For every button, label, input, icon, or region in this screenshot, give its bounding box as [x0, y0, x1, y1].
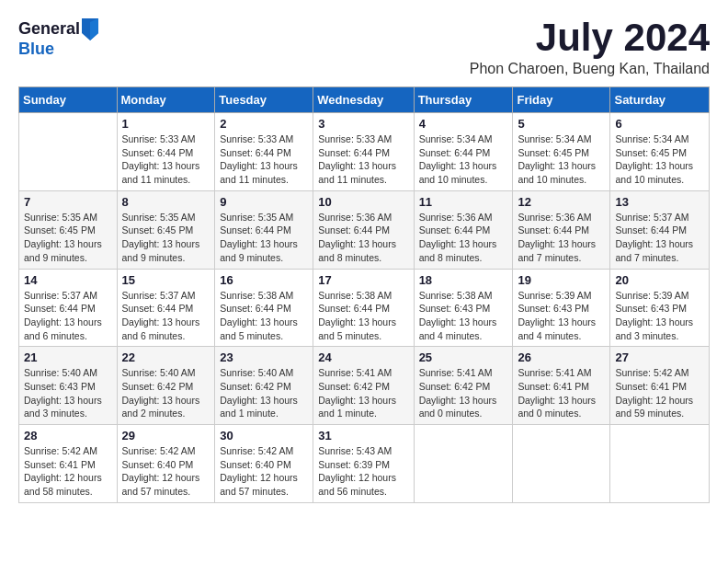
day-number: 16: [220, 273, 308, 287]
calendar-cell: 16Sunrise: 5:38 AM Sunset: 6:44 PM Dayli…: [215, 269, 313, 347]
day-number: 2: [220, 117, 308, 131]
day-number: 4: [419, 117, 508, 131]
calendar-cell: 26Sunrise: 5:41 AM Sunset: 6:41 PM Dayli…: [513, 347, 610, 425]
day-info: Sunrise: 5:36 AM Sunset: 6:44 PM Dayligh…: [318, 211, 408, 265]
calendar-cell: 15Sunrise: 5:37 AM Sunset: 6:44 PM Dayli…: [117, 269, 215, 347]
calendar-week-1: 7Sunrise: 5:35 AM Sunset: 6:45 PM Daylig…: [19, 190, 710, 269]
day-info: Sunrise: 5:36 AM Sunset: 6:44 PM Dayligh…: [518, 211, 605, 265]
calendar-cell: 12Sunrise: 5:36 AM Sunset: 6:44 PM Dayli…: [513, 190, 610, 269]
calendar-cell: 25Sunrise: 5:41 AM Sunset: 6:42 PM Dayli…: [414, 347, 513, 425]
day-info: Sunrise: 5:38 AM Sunset: 6:44 PM Dayligh…: [318, 289, 408, 343]
calendar-cell: 22Sunrise: 5:40 AM Sunset: 6:42 PM Dayli…: [117, 347, 215, 425]
calendar-cell: 6Sunrise: 5:34 AM Sunset: 6:45 PM Daylig…: [610, 113, 710, 191]
header-cell-tuesday: Tuesday: [215, 87, 313, 113]
day-info: Sunrise: 5:40 AM Sunset: 6:43 PM Dayligh…: [24, 366, 112, 420]
calendar-cell: [610, 425, 710, 503]
calendar-cell: 2Sunrise: 5:33 AM Sunset: 6:44 PM Daylig…: [215, 113, 313, 191]
day-info: Sunrise: 5:41 AM Sunset: 6:41 PM Dayligh…: [518, 366, 605, 420]
day-info: Sunrise: 5:34 AM Sunset: 6:44 PM Dayligh…: [419, 132, 508, 187]
day-info: Sunrise: 5:41 AM Sunset: 6:42 PM Dayligh…: [318, 366, 408, 420]
header-cell-thursday: Thursday: [414, 87, 513, 113]
calendar-cell: 24Sunrise: 5:41 AM Sunset: 6:42 PM Dayli…: [313, 347, 414, 425]
location-subtitle: Phon Charoen, Bueng Kan, Thailand: [470, 61, 710, 77]
calendar-cell: 3Sunrise: 5:33 AM Sunset: 6:44 PM Daylig…: [313, 113, 414, 191]
day-number: 5: [518, 117, 605, 131]
header-cell-monday: Monday: [117, 87, 215, 113]
day-info: Sunrise: 5:33 AM Sunset: 6:44 PM Dayligh…: [122, 132, 210, 187]
day-number: 10: [318, 195, 408, 209]
day-number: 1: [122, 117, 210, 131]
header-cell-friday: Friday: [513, 87, 610, 113]
day-info: Sunrise: 5:34 AM Sunset: 6:45 PM Dayligh…: [615, 132, 704, 187]
logo-text: General Blue: [18, 18, 98, 59]
calendar-cell: 9Sunrise: 5:35 AM Sunset: 6:44 PM Daylig…: [215, 190, 313, 269]
day-number: 23: [220, 350, 308, 364]
day-info: Sunrise: 5:37 AM Sunset: 6:44 PM Dayligh…: [615, 211, 704, 265]
header-cell-saturday: Saturday: [610, 87, 710, 113]
calendar-cell: 5Sunrise: 5:34 AM Sunset: 6:45 PM Daylig…: [513, 113, 610, 191]
day-info: Sunrise: 5:39 AM Sunset: 6:43 PM Dayligh…: [615, 289, 704, 343]
calendar-cell: 17Sunrise: 5:38 AM Sunset: 6:44 PM Dayli…: [313, 269, 414, 347]
calendar-body: 1Sunrise: 5:33 AM Sunset: 6:44 PM Daylig…: [19, 113, 710, 503]
day-number: 8: [122, 195, 210, 209]
calendar-cell: 31Sunrise: 5:43 AM Sunset: 6:39 PM Dayli…: [313, 425, 414, 503]
day-number: 19: [518, 273, 605, 287]
day-info: Sunrise: 5:35 AM Sunset: 6:45 PM Dayligh…: [24, 211, 112, 265]
day-number: 11: [419, 195, 508, 209]
day-info: Sunrise: 5:36 AM Sunset: 6:44 PM Dayligh…: [419, 211, 508, 265]
day-info: Sunrise: 5:35 AM Sunset: 6:44 PM Dayligh…: [220, 211, 308, 265]
day-number: 28: [24, 429, 112, 442]
calendar-cell: 30Sunrise: 5:42 AM Sunset: 6:40 PM Dayli…: [215, 425, 313, 503]
calendar-cell: 29Sunrise: 5:42 AM Sunset: 6:40 PM Dayli…: [117, 425, 215, 503]
day-info: Sunrise: 5:34 AM Sunset: 6:45 PM Dayligh…: [518, 132, 605, 187]
calendar-week-3: 21Sunrise: 5:40 AM Sunset: 6:43 PM Dayli…: [19, 347, 710, 425]
day-number: 17: [318, 273, 408, 287]
calendar-cell: 21Sunrise: 5:40 AM Sunset: 6:43 PM Dayli…: [19, 347, 118, 425]
day-info: Sunrise: 5:42 AM Sunset: 6:40 PM Dayligh…: [220, 444, 308, 499]
calendar-cell: 23Sunrise: 5:40 AM Sunset: 6:42 PM Dayli…: [215, 347, 313, 425]
day-info: Sunrise: 5:41 AM Sunset: 6:42 PM Dayligh…: [419, 366, 508, 420]
day-info: Sunrise: 5:42 AM Sunset: 6:40 PM Dayligh…: [122, 444, 210, 499]
logo-blue: Blue: [18, 40, 98, 59]
logo-icon: [82, 18, 98, 40]
day-number: 29: [122, 429, 210, 442]
day-info: Sunrise: 5:33 AM Sunset: 6:44 PM Dayligh…: [220, 132, 308, 187]
calendar-cell: 13Sunrise: 5:37 AM Sunset: 6:44 PM Dayli…: [610, 190, 710, 269]
day-number: 27: [615, 350, 704, 364]
calendar-cell: 7Sunrise: 5:35 AM Sunset: 6:45 PM Daylig…: [19, 190, 118, 269]
day-number: 31: [318, 429, 408, 442]
calendar-cell: 20Sunrise: 5:39 AM Sunset: 6:43 PM Dayli…: [610, 269, 710, 347]
day-info: Sunrise: 5:38 AM Sunset: 6:44 PM Dayligh…: [220, 289, 308, 343]
day-number: 25: [419, 350, 508, 364]
page-header: General Blue July 2024 Phon Charoen, Bue…: [18, 18, 710, 77]
header-cell-sunday: Sunday: [19, 87, 118, 113]
day-number: 15: [122, 273, 210, 287]
day-number: 13: [615, 195, 704, 209]
calendar-cell: 28Sunrise: 5:42 AM Sunset: 6:41 PM Dayli…: [19, 425, 118, 503]
day-info: Sunrise: 5:43 AM Sunset: 6:39 PM Dayligh…: [318, 444, 408, 499]
calendar-table: SundayMondayTuesdayWednesdayThursdayFrid…: [18, 86, 710, 503]
calendar-cell: [19, 113, 118, 191]
calendar-week-0: 1Sunrise: 5:33 AM Sunset: 6:44 PM Daylig…: [19, 113, 710, 191]
day-info: Sunrise: 5:37 AM Sunset: 6:44 PM Dayligh…: [24, 289, 112, 343]
calendar-cell: 19Sunrise: 5:39 AM Sunset: 6:43 PM Dayli…: [513, 269, 610, 347]
day-number: 12: [518, 195, 605, 209]
day-info: Sunrise: 5:39 AM Sunset: 6:43 PM Dayligh…: [518, 289, 605, 343]
day-number: 21: [24, 350, 112, 364]
day-number: 30: [220, 429, 308, 442]
calendar-week-2: 14Sunrise: 5:37 AM Sunset: 6:44 PM Dayli…: [19, 269, 710, 347]
day-number: 26: [518, 350, 605, 364]
day-info: Sunrise: 5:40 AM Sunset: 6:42 PM Dayligh…: [122, 366, 210, 420]
calendar-week-4: 28Sunrise: 5:42 AM Sunset: 6:41 PM Dayli…: [19, 425, 710, 503]
logo: General Blue: [18, 18, 98, 59]
calendar-header-row: SundayMondayTuesdayWednesdayThursdayFrid…: [19, 87, 710, 113]
day-number: 7: [24, 195, 112, 209]
calendar-cell: 18Sunrise: 5:38 AM Sunset: 6:43 PM Dayli…: [414, 269, 513, 347]
day-number: 22: [122, 350, 210, 364]
calendar-cell: 8Sunrise: 5:35 AM Sunset: 6:45 PM Daylig…: [117, 190, 215, 269]
calendar-cell: 27Sunrise: 5:42 AM Sunset: 6:41 PM Dayli…: [610, 347, 710, 425]
day-info: Sunrise: 5:37 AM Sunset: 6:44 PM Dayligh…: [122, 289, 210, 343]
title-block: July 2024 Phon Charoen, Bueng Kan, Thail…: [470, 18, 710, 77]
day-number: 9: [220, 195, 308, 209]
day-number: 3: [318, 117, 408, 131]
